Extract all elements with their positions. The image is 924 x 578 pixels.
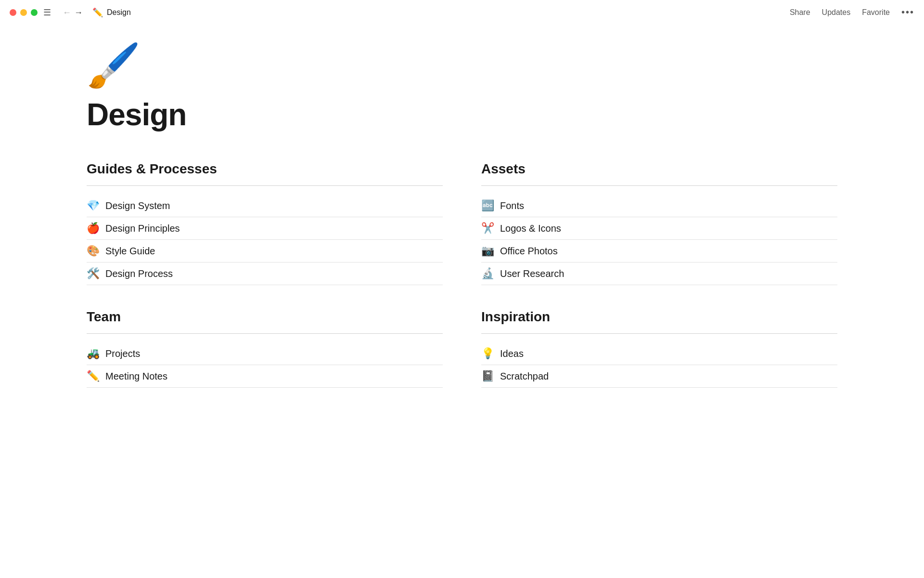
section-heading-inspiration: Inspiration xyxy=(481,309,837,325)
favorite-button[interactable]: Favorite xyxy=(862,8,890,17)
fonts-icon: 🔤 xyxy=(481,199,494,212)
user-research-icon: 🔬 xyxy=(481,267,494,280)
style-guide-link[interactable]: Style Guide xyxy=(105,246,155,257)
design-system-link[interactable]: Design System xyxy=(105,200,170,211)
main-content: 🖌️ Design Guides & Processes 💎 Design Sy… xyxy=(0,25,924,431)
section-assets: Assets 🔤 Fonts ✂️ Logos & Icons 📷 Office… xyxy=(481,161,837,285)
list-item[interactable]: 🚜 Projects xyxy=(87,342,443,365)
list-item[interactable]: 🔬 User Research xyxy=(481,263,837,285)
section-guides: Guides & Processes 💎 Design System 🍎 Des… xyxy=(87,161,443,285)
office-photos-icon: 📷 xyxy=(481,245,494,257)
projects-icon: 🚜 xyxy=(87,347,100,360)
window-chrome: ☰ ← → ✏️ Design Share Updates Favorite •… xyxy=(0,0,924,25)
divider-assets xyxy=(481,185,837,186)
design-principles-icon: 🍎 xyxy=(87,222,100,235)
logos-icons-icon: ✂️ xyxy=(481,222,494,235)
design-process-icon: 🛠️ xyxy=(87,267,100,280)
inspiration-list: 💡 Ideas 📓 Scratchpad xyxy=(481,342,837,388)
guides-list: 💎 Design System 🍎 Design Principles 🎨 St… xyxy=(87,195,443,285)
traffic-lights xyxy=(10,9,38,16)
forward-button[interactable]: → xyxy=(74,8,83,17)
section-heading-team: Team xyxy=(87,309,443,325)
page-emoji: 🖌️ xyxy=(87,44,837,87)
list-item[interactable]: 💎 Design System xyxy=(87,195,443,217)
meeting-notes-link[interactable]: Meeting Notes xyxy=(105,371,167,382)
section-inspiration: Inspiration 💡 Ideas 📓 Scratchpad xyxy=(481,309,837,388)
design-principles-link[interactable]: Design Principles xyxy=(105,223,180,234)
team-list: 🚜 Projects ✏️ Meeting Notes xyxy=(87,342,443,388)
assets-list: 🔤 Fonts ✂️ Logos & Icons 📷 Office Photos… xyxy=(481,195,837,285)
list-item[interactable]: 🍎 Design Principles xyxy=(87,217,443,240)
scratchpad-link[interactable]: Scratchpad xyxy=(500,371,549,382)
share-button[interactable]: Share xyxy=(790,8,810,17)
style-guide-icon: 🎨 xyxy=(87,245,100,257)
section-heading-assets: Assets xyxy=(481,161,837,177)
close-button[interactable] xyxy=(10,9,16,16)
design-system-icon: 💎 xyxy=(87,199,100,212)
header-actions: Share Updates Favorite ••• xyxy=(790,7,914,18)
list-item[interactable]: 📓 Scratchpad xyxy=(481,365,837,388)
columns-grid: Guides & Processes 💎 Design System 🍎 Des… xyxy=(87,161,837,412)
ideas-icon: 💡 xyxy=(481,347,494,360)
section-team: Team 🚜 Projects ✏️ Meeting Notes xyxy=(87,309,443,388)
page-title-area: ✏️ Design xyxy=(92,7,131,18)
logos-icons-link[interactable]: Logos & Icons xyxy=(500,223,561,234)
divider-inspiration xyxy=(481,333,837,334)
page-title-chrome: Design xyxy=(107,8,131,17)
section-heading-guides: Guides & Processes xyxy=(87,161,443,177)
list-item[interactable]: ✏️ Meeting Notes xyxy=(87,365,443,388)
nav-buttons: ← → xyxy=(63,8,83,17)
projects-link[interactable]: Projects xyxy=(105,348,140,359)
list-item[interactable]: 🔤 Fonts xyxy=(481,195,837,217)
list-item[interactable]: 🛠️ Design Process xyxy=(87,263,443,285)
maximize-button[interactable] xyxy=(31,9,38,16)
list-item[interactable]: 💡 Ideas xyxy=(481,342,837,365)
list-item[interactable]: 📷 Office Photos xyxy=(481,240,837,263)
divider-guides xyxy=(87,185,443,186)
ideas-link[interactable]: Ideas xyxy=(500,348,524,359)
design-process-link[interactable]: Design Process xyxy=(105,268,173,279)
more-options-button[interactable]: ••• xyxy=(901,7,914,18)
minimize-button[interactable] xyxy=(20,9,27,16)
back-button[interactable]: ← xyxy=(63,8,71,17)
office-photos-link[interactable]: Office Photos xyxy=(500,246,558,257)
list-item[interactable]: ✂️ Logos & Icons xyxy=(481,217,837,240)
updates-button[interactable]: Updates xyxy=(822,8,851,17)
meeting-notes-icon: ✏️ xyxy=(87,370,100,382)
hamburger-icon[interactable]: ☰ xyxy=(43,7,51,18)
user-research-link[interactable]: User Research xyxy=(500,268,564,279)
divider-team xyxy=(87,333,443,334)
fonts-link[interactable]: Fonts xyxy=(500,200,524,211)
list-item[interactable]: 🎨 Style Guide xyxy=(87,240,443,263)
scratchpad-icon: 📓 xyxy=(481,370,494,382)
page-title: Design xyxy=(87,97,837,132)
page-icon-small: ✏️ xyxy=(92,7,103,18)
